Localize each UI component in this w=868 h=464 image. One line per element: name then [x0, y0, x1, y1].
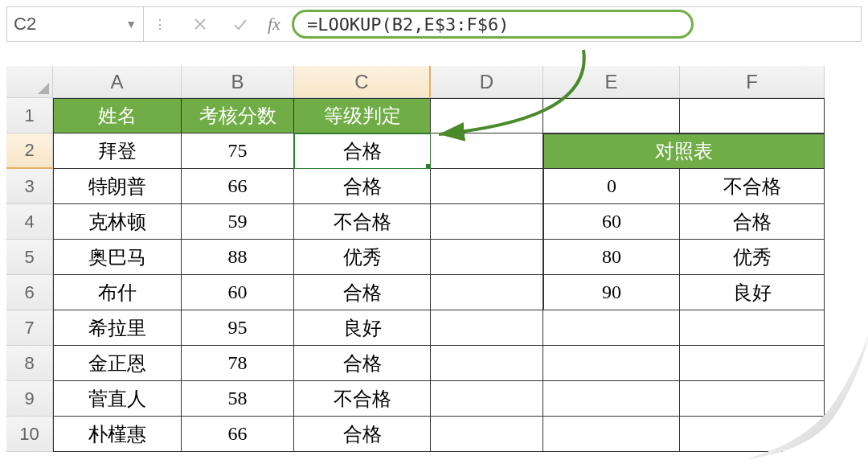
- row-4: 克林顿59不合格60合格: [53, 204, 862, 240]
- col-header-D[interactable]: D: [431, 66, 543, 98]
- row-header-4[interactable]: 4: [6, 204, 53, 240]
- cell-F7[interactable]: [680, 310, 825, 346]
- cell-F5[interactable]: 优秀: [680, 240, 825, 275]
- name-box-value: C2: [14, 14, 36, 35]
- cell-A5[interactable]: 奥巴马: [53, 240, 182, 275]
- cell-A2[interactable]: 拜登: [53, 133, 182, 169]
- formula-bar: C2 ▼ ⋮ fx =LOOKUP(B2,E$3:F$6): [6, 6, 862, 42]
- cell-B4[interactable]: 59: [182, 204, 294, 240]
- name-box[interactable]: C2 ▼: [7, 7, 144, 41]
- cell-A3[interactable]: 特朗普: [53, 169, 182, 204]
- cell-B3[interactable]: 66: [182, 169, 294, 204]
- cell-E2[interactable]: 对照表: [543, 133, 825, 169]
- cell-B8[interactable]: 78: [182, 346, 294, 381]
- cell-C2[interactable]: 合格: [294, 133, 431, 169]
- row-7: 希拉里95良好: [53, 310, 862, 346]
- cell-F3[interactable]: 不合格: [680, 169, 825, 204]
- row-5: 奥巴马88优秀80优秀: [53, 240, 862, 275]
- cell-F10[interactable]: [680, 417, 825, 452]
- cell-D1[interactable]: [431, 98, 543, 133]
- cell-A8[interactable]: 金正恩: [53, 346, 182, 381]
- cell-E10[interactable]: [543, 417, 680, 452]
- cell-D9[interactable]: [431, 381, 543, 417]
- row-header-3[interactable]: 3: [6, 169, 53, 204]
- cell-E9[interactable]: [543, 381, 680, 417]
- row-header-9[interactable]: 9: [6, 381, 53, 417]
- cell-D8[interactable]: [431, 346, 543, 381]
- row-headers: 12345678910: [6, 66, 53, 452]
- cell-F9[interactable]: [680, 381, 825, 417]
- row-10: 朴槿惠66合格: [53, 417, 862, 452]
- cell-A7[interactable]: 希拉里: [53, 310, 182, 346]
- col-header-B[interactable]: B: [182, 66, 294, 98]
- cell-C3[interactable]: 合格: [294, 169, 431, 204]
- cell-B5[interactable]: 88: [182, 240, 294, 275]
- row-header-1[interactable]: 1: [6, 98, 53, 133]
- row-header-5[interactable]: 5: [6, 240, 53, 275]
- cell-C7[interactable]: 良好: [294, 310, 431, 346]
- cell-E6[interactable]: 90: [543, 275, 680, 310]
- row-6: 布什60合格90良好: [53, 275, 862, 310]
- cell-C6[interactable]: 合格: [294, 275, 431, 310]
- cell-E8[interactable]: [543, 346, 680, 381]
- cell-F8[interactable]: [680, 346, 825, 381]
- cell-D10[interactable]: [431, 417, 543, 452]
- row-8: 金正恩78合格: [53, 346, 862, 381]
- cell-B6[interactable]: 60: [182, 275, 294, 310]
- cell-E5[interactable]: 80: [543, 240, 680, 275]
- cell-C10[interactable]: 合格: [294, 417, 431, 452]
- row-header-6[interactable]: 6: [6, 275, 53, 310]
- row-9: 菅直人58不合格: [53, 381, 862, 417]
- cell-C4[interactable]: 不合格: [294, 204, 431, 240]
- cell-D7[interactable]: [431, 310, 543, 346]
- cell-D4[interactable]: [431, 204, 543, 240]
- cell-C5[interactable]: 优秀: [294, 240, 431, 275]
- cell-A10[interactable]: 朴槿惠: [53, 417, 182, 452]
- cell-E3[interactable]: 0: [543, 169, 680, 204]
- enter-icon[interactable]: [232, 18, 248, 31]
- cell-B2[interactable]: 75: [182, 133, 294, 169]
- cell-D5[interactable]: [431, 240, 543, 275]
- cell-E1[interactable]: [543, 98, 680, 133]
- col-header-E[interactable]: E: [543, 66, 680, 98]
- col-header-C[interactable]: C: [294, 66, 431, 98]
- select-all-corner[interactable]: [6, 66, 53, 98]
- cell-A6[interactable]: 布什: [53, 275, 182, 310]
- cell-C1[interactable]: 等级判定: [294, 98, 431, 133]
- cell-D2[interactable]: [431, 133, 543, 169]
- row-header-7[interactable]: 7: [6, 310, 53, 346]
- cell-B9[interactable]: 58: [182, 381, 294, 417]
- row-header-2[interactable]: 2: [6, 133, 53, 169]
- row-2: 拜登75合格对照表: [53, 133, 862, 169]
- cell-E7[interactable]: [543, 310, 680, 346]
- formula-bar-controls: ⋮: [144, 7, 256, 41]
- cell-F4[interactable]: 合格: [680, 204, 825, 240]
- row-3: 特朗普66合格0不合格: [53, 169, 862, 204]
- cell-A1[interactable]: 姓名: [53, 98, 182, 133]
- col-header-A[interactable]: A: [53, 66, 182, 98]
- fx-label[interactable]: fx: [256, 14, 292, 35]
- cell-D6[interactable]: [431, 275, 543, 310]
- dots-icon[interactable]: ⋮: [152, 17, 168, 32]
- cancel-icon[interactable]: [192, 18, 208, 31]
- row-header-8[interactable]: 8: [6, 346, 53, 381]
- cell-C9[interactable]: 不合格: [294, 381, 431, 417]
- row-1: 姓名考核分数等级判定: [53, 98, 862, 133]
- cell-F1[interactable]: [680, 98, 825, 133]
- cell-E4[interactable]: 60: [543, 204, 680, 240]
- cell-B1[interactable]: 考核分数: [182, 98, 294, 133]
- chevron-down-icon[interactable]: ▼: [125, 18, 137, 31]
- formula-input[interactable]: =LOOKUP(B2,E$3:F$6): [292, 10, 694, 39]
- cell-B7[interactable]: 95: [182, 310, 294, 346]
- cell-A4[interactable]: 克林顿: [53, 204, 182, 240]
- row-header-10[interactable]: 10: [6, 417, 53, 452]
- col-header-F[interactable]: F: [680, 66, 825, 98]
- cell-F6[interactable]: 良好: [680, 275, 825, 310]
- cell-A9[interactable]: 菅直人: [53, 381, 182, 417]
- cell-C8[interactable]: 合格: [294, 346, 431, 381]
- cell-D3[interactable]: [431, 169, 543, 204]
- formula-text: =LOOKUP(B2,E$3:F$6): [307, 14, 510, 35]
- spreadsheet[interactable]: 12345678910 ABCDEF 姓名考核分数等级判定拜登75合格对照表特朗…: [6, 66, 862, 452]
- cell-B10[interactable]: 66: [182, 417, 294, 452]
- cells[interactable]: 姓名考核分数等级判定拜登75合格对照表特朗普66合格0不合格克林顿59不合格60…: [53, 98, 862, 452]
